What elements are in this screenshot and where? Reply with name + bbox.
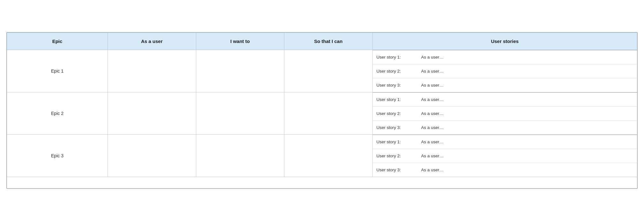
list-item: User story 2:As a user… bbox=[373, 64, 637, 78]
story-label: User story 2: bbox=[373, 64, 417, 78]
header-want-to: I want to bbox=[196, 33, 284, 50]
epic-cell: Epic 1 bbox=[7, 50, 108, 92]
empty-row bbox=[7, 177, 637, 189]
header-so-that: So that I can bbox=[284, 33, 373, 50]
main-table-wrapper: Epic As a user I want to So that I can U… bbox=[6, 32, 638, 189]
header-row: Epic As a user I want to So that I can U… bbox=[7, 33, 637, 50]
story-label: User story 1: bbox=[373, 135, 417, 149]
table-row: Epic 3User story 1:As a user…User story … bbox=[7, 135, 637, 177]
story-sub-table: User story 1:As a user…User story 2:As a… bbox=[373, 50, 637, 92]
story-value: As a user… bbox=[417, 50, 637, 64]
list-item: User story 2:As a user… bbox=[373, 107, 637, 121]
list-item: User story 2:As a user… bbox=[373, 149, 637, 163]
story-label: User story 2: bbox=[373, 149, 417, 163]
user-story-table: Epic As a user I want to So that I can U… bbox=[7, 32, 637, 189]
story-value: As a user… bbox=[417, 107, 637, 121]
want-to-cell bbox=[196, 135, 284, 177]
as-a-user-cell bbox=[108, 135, 196, 177]
story-value: As a user… bbox=[417, 78, 637, 92]
header-user-stories: User stories bbox=[372, 33, 637, 50]
story-label: User story 3: bbox=[373, 78, 417, 92]
list-item: User story 3:As a user… bbox=[373, 78, 637, 92]
story-value: As a user… bbox=[417, 93, 637, 107]
story-value: As a user… bbox=[417, 135, 637, 149]
header-as-a-user: As a user bbox=[108, 33, 196, 50]
story-label: User story 3: bbox=[373, 121, 417, 135]
story-label: User story 2: bbox=[373, 107, 417, 121]
want-to-cell bbox=[196, 50, 284, 92]
story-value: As a user… bbox=[417, 121, 637, 135]
so-that-cell bbox=[284, 135, 373, 177]
stories-cell: User story 1:As a user…User story 2:As a… bbox=[372, 92, 637, 135]
story-label: User story 1: bbox=[373, 93, 417, 107]
story-label: User story 3: bbox=[373, 163, 417, 177]
table-row: Epic 2User story 1:As a user…User story … bbox=[7, 92, 637, 135]
story-sub-table: User story 1:As a user…User story 2:As a… bbox=[373, 135, 637, 177]
list-item: User story 1:As a user… bbox=[373, 135, 637, 149]
story-sub-table: User story 1:As a user…User story 2:As a… bbox=[373, 92, 637, 134]
story-value: As a user… bbox=[417, 64, 637, 78]
so-that-cell bbox=[284, 50, 373, 92]
as-a-user-cell bbox=[108, 92, 196, 135]
so-that-cell bbox=[284, 92, 373, 135]
as-a-user-cell bbox=[108, 50, 196, 92]
table-row: Epic 1User story 1:As a user…User story … bbox=[7, 50, 637, 92]
want-to-cell bbox=[196, 92, 284, 135]
empty-cell bbox=[7, 177, 637, 189]
header-epic: Epic bbox=[7, 33, 108, 50]
list-item: User story 3:As a user… bbox=[373, 121, 637, 135]
epic-cell: Epic 3 bbox=[7, 135, 108, 177]
story-label: User story 1: bbox=[373, 50, 417, 64]
epic-cell: Epic 2 bbox=[7, 92, 108, 135]
stories-cell: User story 1:As a user…User story 2:As a… bbox=[372, 50, 637, 92]
story-value: As a user… bbox=[417, 149, 637, 163]
story-value: As a user… bbox=[417, 163, 637, 177]
list-item: User story 3:As a user… bbox=[373, 163, 637, 177]
stories-cell: User story 1:As a user…User story 2:As a… bbox=[372, 135, 637, 177]
list-item: User story 1:As a user… bbox=[373, 50, 637, 64]
list-item: User story 1:As a user… bbox=[373, 93, 637, 107]
